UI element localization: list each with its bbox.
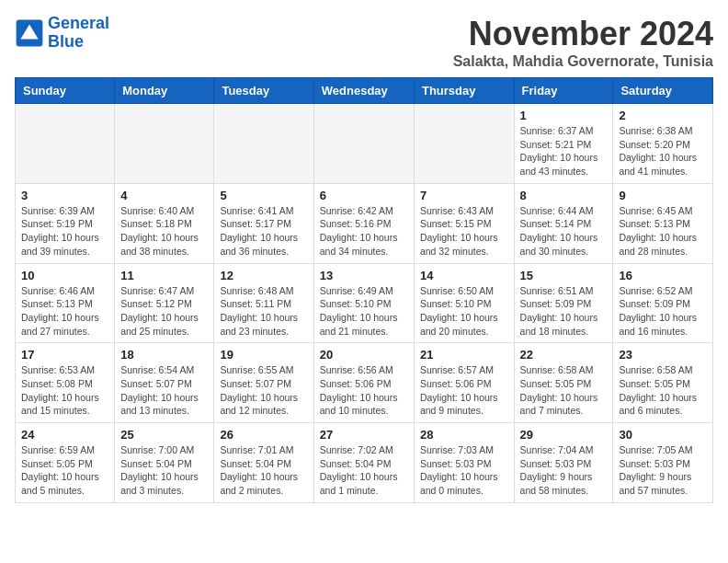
day-number: 16 (619, 269, 707, 282)
day-number: 4 (120, 189, 208, 202)
header-monday: Monday (115, 78, 214, 104)
day-number: 8 (520, 189, 608, 202)
calendar-cell: 24Sunrise: 6:59 AM Sunset: 5:05 PM Dayli… (16, 423, 115, 503)
day-number: 13 (320, 269, 408, 282)
day-number: 10 (21, 269, 108, 282)
day-detail: Sunrise: 6:47 AM Sunset: 5:12 PM Dayligh… (120, 284, 208, 339)
calendar-cell (214, 104, 313, 184)
logo-line1: General (48, 14, 109, 32)
day-detail: Sunrise: 6:58 AM Sunset: 5:05 PM Dayligh… (520, 363, 608, 418)
day-number: 25 (120, 428, 208, 442)
day-number: 3 (21, 189, 108, 202)
day-detail: Sunrise: 6:53 AM Sunset: 5:08 PM Dayligh… (21, 363, 108, 418)
calendar-cell: 21Sunrise: 6:57 AM Sunset: 5:06 PM Dayli… (414, 343, 514, 423)
calendar-cell: 15Sunrise: 6:51 AM Sunset: 5:09 PM Dayli… (514, 263, 613, 343)
title-area: November 2024 Salakta, Mahdia Governorat… (453, 15, 713, 70)
calendar-table: SundayMondayTuesdayWednesdayThursdayFrid… (15, 77, 713, 503)
day-number: 18 (120, 348, 208, 362)
calendar-cell: 8Sunrise: 6:44 AM Sunset: 5:14 PM Daylig… (514, 183, 613, 263)
day-number: 6 (320, 189, 408, 202)
calendar-cell: 4Sunrise: 6:40 AM Sunset: 5:18 PM Daylig… (115, 183, 214, 263)
day-detail: Sunrise: 7:01 AM Sunset: 5:04 PM Dayligh… (220, 443, 307, 498)
day-detail: Sunrise: 6:59 AM Sunset: 5:05 PM Dayligh… (21, 443, 108, 498)
day-detail: Sunrise: 6:41 AM Sunset: 5:17 PM Dayligh… (220, 204, 307, 259)
calendar-cell: 11Sunrise: 6:47 AM Sunset: 5:12 PM Dayli… (115, 263, 214, 343)
day-number: 14 (420, 269, 508, 282)
calendar-cell (115, 104, 214, 184)
calendar-cell: 10Sunrise: 6:46 AM Sunset: 5:13 PM Dayli… (16, 263, 115, 343)
location-subtitle: Salakta, Mahdia Governorate, Tunisia (453, 53, 713, 70)
day-detail: Sunrise: 6:44 AM Sunset: 5:14 PM Dayligh… (520, 204, 608, 259)
day-detail: Sunrise: 6:49 AM Sunset: 5:10 PM Dayligh… (320, 284, 408, 339)
day-detail: Sunrise: 6:55 AM Sunset: 5:07 PM Dayligh… (220, 363, 307, 418)
day-number: 9 (619, 189, 707, 202)
week-row-4: 17Sunrise: 6:53 AM Sunset: 5:08 PM Dayli… (16, 343, 713, 423)
calendar-cell: 12Sunrise: 6:48 AM Sunset: 5:11 PM Dayli… (214, 263, 313, 343)
day-number: 1 (520, 109, 608, 122)
day-detail: Sunrise: 7:02 AM Sunset: 5:04 PM Dayligh… (320, 443, 408, 498)
day-detail: Sunrise: 6:56 AM Sunset: 5:06 PM Dayligh… (320, 363, 408, 418)
calendar-cell: 26Sunrise: 7:01 AM Sunset: 5:04 PM Dayli… (214, 423, 313, 503)
calendar-cell: 9Sunrise: 6:45 AM Sunset: 5:13 PM Daylig… (613, 183, 713, 263)
day-detail: Sunrise: 6:40 AM Sunset: 5:18 PM Dayligh… (120, 204, 208, 259)
header-tuesday: Tuesday (214, 78, 313, 104)
day-detail: Sunrise: 6:45 AM Sunset: 5:13 PM Dayligh… (619, 204, 707, 259)
day-number: 30 (619, 428, 707, 442)
day-detail: Sunrise: 6:39 AM Sunset: 5:19 PM Dayligh… (21, 204, 108, 259)
day-number: 5 (220, 189, 307, 202)
header-sunday: Sunday (16, 78, 115, 104)
week-row-1: 1Sunrise: 6:37 AM Sunset: 5:21 PM Daylig… (16, 104, 713, 184)
day-number: 19 (220, 348, 307, 362)
logo-icon (15, 18, 44, 48)
calendar-cell: 16Sunrise: 6:52 AM Sunset: 5:09 PM Dayli… (613, 263, 713, 343)
header-saturday: Saturday (613, 78, 713, 104)
day-number: 17 (21, 348, 108, 362)
day-detail: Sunrise: 6:50 AM Sunset: 5:10 PM Dayligh… (420, 284, 508, 339)
day-detail: Sunrise: 6:43 AM Sunset: 5:15 PM Dayligh… (420, 204, 508, 259)
day-detail: Sunrise: 6:46 AM Sunset: 5:13 PM Dayligh… (21, 284, 108, 339)
day-detail: Sunrise: 7:03 AM Sunset: 5:03 PM Dayligh… (420, 443, 508, 498)
day-detail: Sunrise: 7:05 AM Sunset: 5:03 PM Dayligh… (619, 443, 707, 498)
calendar-cell: 27Sunrise: 7:02 AM Sunset: 5:04 PM Dayli… (313, 423, 414, 503)
day-number: 22 (520, 348, 608, 362)
calendar-cell: 23Sunrise: 6:58 AM Sunset: 5:05 PM Dayli… (613, 343, 713, 423)
calendar-cell: 17Sunrise: 6:53 AM Sunset: 5:08 PM Dayli… (16, 343, 115, 423)
day-detail: Sunrise: 7:00 AM Sunset: 5:04 PM Dayligh… (120, 443, 208, 498)
day-number: 21 (420, 348, 508, 362)
day-detail: Sunrise: 6:48 AM Sunset: 5:11 PM Dayligh… (220, 284, 307, 339)
day-number: 11 (120, 269, 208, 282)
day-detail: Sunrise: 7:04 AM Sunset: 5:03 PM Dayligh… (520, 443, 608, 498)
day-number: 24 (21, 428, 108, 442)
header-friday: Friday (514, 78, 613, 104)
day-number: 28 (420, 428, 508, 442)
day-number: 2 (619, 109, 707, 122)
day-number: 7 (420, 189, 508, 202)
calendar-cell (313, 104, 414, 184)
calendar-cell (16, 104, 115, 184)
calendar-cell: 13Sunrise: 6:49 AM Sunset: 5:10 PM Dayli… (313, 263, 414, 343)
calendar-cell: 2Sunrise: 6:38 AM Sunset: 5:20 PM Daylig… (613, 104, 713, 184)
calendar-cell: 7Sunrise: 6:43 AM Sunset: 5:15 PM Daylig… (414, 183, 514, 263)
calendar-cell: 28Sunrise: 7:03 AM Sunset: 5:03 PM Dayli… (414, 423, 514, 503)
day-detail: Sunrise: 6:38 AM Sunset: 5:20 PM Dayligh… (619, 124, 707, 178)
month-title: November 2024 (453, 15, 713, 53)
calendar-cell: 3Sunrise: 6:39 AM Sunset: 5:19 PM Daylig… (16, 183, 115, 263)
day-number: 29 (520, 428, 608, 442)
calendar-cell: 22Sunrise: 6:58 AM Sunset: 5:05 PM Dayli… (514, 343, 613, 423)
day-number: 20 (320, 348, 408, 362)
calendar-cell: 6Sunrise: 6:42 AM Sunset: 5:16 PM Daylig… (313, 183, 414, 263)
day-detail: Sunrise: 6:52 AM Sunset: 5:09 PM Dayligh… (619, 284, 707, 339)
logo-text: General Blue (48, 15, 109, 52)
day-detail: Sunrise: 6:58 AM Sunset: 5:05 PM Dayligh… (619, 363, 707, 418)
day-number: 23 (619, 348, 707, 362)
week-row-5: 24Sunrise: 6:59 AM Sunset: 5:05 PM Dayli… (16, 423, 713, 503)
day-number: 26 (220, 428, 307, 442)
calendar-cell: 18Sunrise: 6:54 AM Sunset: 5:07 PM Dayli… (115, 343, 214, 423)
calendar-cell: 14Sunrise: 6:50 AM Sunset: 5:10 PM Dayli… (414, 263, 514, 343)
calendar-cell: 30Sunrise: 7:05 AM Sunset: 5:03 PM Dayli… (613, 423, 713, 503)
week-row-2: 3Sunrise: 6:39 AM Sunset: 5:19 PM Daylig… (16, 183, 713, 263)
day-number: 27 (320, 428, 408, 442)
day-detail: Sunrise: 6:54 AM Sunset: 5:07 PM Dayligh… (120, 363, 208, 418)
day-detail: Sunrise: 6:37 AM Sunset: 5:21 PM Dayligh… (520, 124, 608, 178)
day-number: 12 (220, 269, 307, 282)
